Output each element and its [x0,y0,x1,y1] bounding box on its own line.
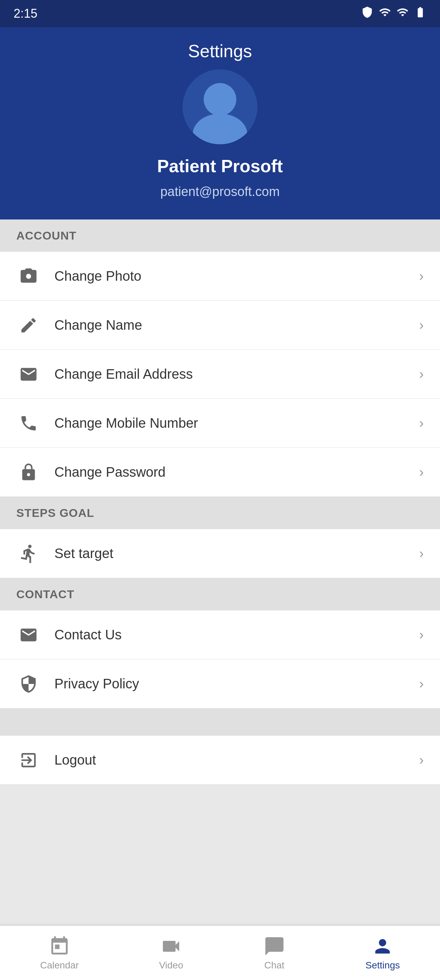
battery-icon [414,6,426,21]
contact-mail-icon [16,623,41,647]
section-account-header: ACCOUNT [0,220,440,252]
nav-calendar[interactable]: Calendar [27,930,92,976]
change-mobile-item[interactable]: Change Mobile Number › [0,399,440,448]
camera-icon [16,264,41,288]
contact-us-item[interactable]: Contact Us › [0,611,440,659]
change-password-item[interactable]: Change Password › [0,448,440,497]
nav-video-label: Video [159,960,183,971]
section-contact-header: CONTACT [0,578,440,611]
privacy-policy-label: Privacy Policy [54,676,419,692]
change-photo-item[interactable]: Change Photo › [0,252,440,301]
nav-settings-label: Settings [365,960,400,971]
wifi-icon [379,6,391,21]
phone-icon [16,411,41,436]
change-mobile-label: Change Mobile Number [54,415,419,431]
edit-icon [16,313,41,337]
svg-point-0 [204,83,236,116]
section-steps-header: STEPS GOAL [0,497,440,529]
calendar-nav-icon [49,935,70,957]
profile-header: Settings Patient Prosoft patient@prosoft… [0,27,440,220]
chevron-right-icon: › [419,546,424,561]
chevron-right-icon: › [419,318,424,333]
mail-icon [16,362,41,387]
bottom-navigation: Calendar Video Chat Settings [0,926,440,980]
nav-settings[interactable]: Settings [352,930,413,976]
chevron-right-icon: › [419,627,424,643]
logout-item[interactable]: Logout › [0,736,440,785]
content: ACCOUNT Change Photo › Change Name › Cha… [0,220,440,839]
profile-name: Patient Prosoft [157,156,283,176]
chat-nav-icon [264,935,285,957]
svg-point-1 [193,114,247,144]
change-email-item[interactable]: Change Email Address › [0,350,440,399]
nav-chat-label: Chat [264,960,284,971]
avatar [183,69,257,144]
privacy-shield-icon [16,672,41,696]
spacer [0,708,440,736]
nav-chat[interactable]: Chat [250,930,299,976]
change-email-label: Change Email Address [54,366,419,382]
shield-status-icon [361,6,373,21]
lock-icon [16,460,41,485]
video-nav-icon [160,935,182,957]
status-bar: 2:15 [0,0,440,27]
footprint-icon [16,541,41,566]
set-target-label: Set target [54,546,419,561]
chevron-right-icon: › [419,465,424,480]
nav-calendar-label: Calendar [40,960,79,971]
chevron-right-icon: › [419,752,424,768]
signal-icon [397,6,409,21]
privacy-policy-item[interactable]: Privacy Policy › [0,659,440,708]
change-name-item[interactable]: Change Name › [0,301,440,350]
status-icons [361,6,426,21]
page-title: Settings [188,41,252,61]
chevron-right-icon: › [419,415,424,431]
profile-email: patient@prosoft.com [160,185,280,199]
chevron-right-icon: › [419,676,424,692]
logout-label: Logout [54,752,419,768]
logout-icon [16,748,41,772]
person-nav-icon [372,935,394,957]
change-password-label: Change Password [54,465,419,480]
change-photo-label: Change Photo [54,269,419,284]
set-target-item[interactable]: Set target › [0,529,440,578]
status-time: 2:15 [14,6,37,21]
chevron-right-icon: › [419,366,424,382]
contact-us-label: Contact Us [54,627,419,643]
chevron-right-icon: › [419,269,424,284]
change-name-label: Change Name [54,318,419,333]
nav-video[interactable]: Video [146,930,197,976]
